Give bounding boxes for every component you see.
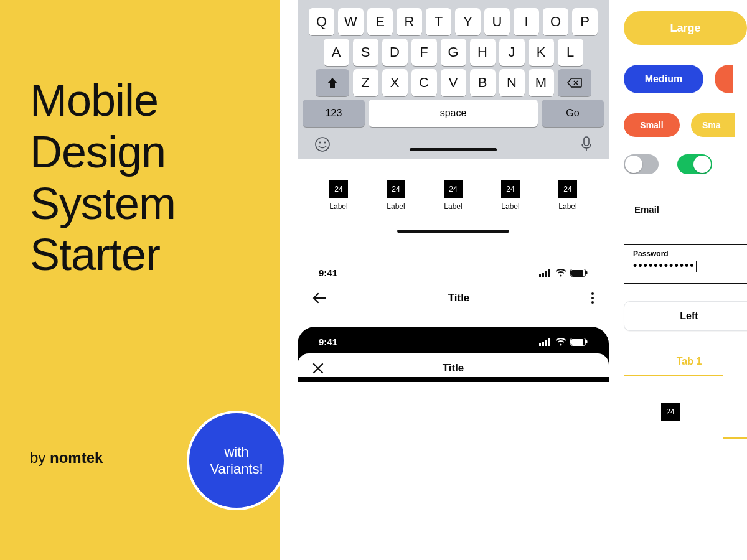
key-l[interactable]: L bbox=[558, 39, 583, 66]
numeric-key[interactable]: 123 bbox=[303, 100, 365, 127]
home-indicator bbox=[397, 230, 509, 233]
byline: by nomtek bbox=[30, 449, 103, 467]
key-p[interactable]: P bbox=[572, 8, 598, 35]
toggle-on[interactable] bbox=[677, 154, 712, 174]
svg-rect-13 bbox=[539, 343, 541, 346]
text-cursor-icon bbox=[696, 261, 697, 272]
button-label: Large bbox=[670, 22, 700, 35]
headline-line-1: Mobile bbox=[30, 75, 250, 126]
key-k[interactable]: K bbox=[529, 39, 554, 66]
more-button[interactable] bbox=[591, 292, 594, 304]
key-s[interactable]: S bbox=[353, 39, 378, 66]
button-small-orange[interactable]: Small bbox=[624, 113, 680, 137]
nav-title: Title bbox=[448, 292, 470, 304]
modal-sheet-header: Title bbox=[298, 353, 609, 377]
tabbar-item[interactable]: 24 Label bbox=[387, 180, 405, 211]
close-button[interactable] bbox=[312, 363, 324, 374]
key-w[interactable]: W bbox=[338, 8, 364, 35]
tabbar-item[interactable]: 24 Label bbox=[558, 180, 577, 211]
microphone-icon[interactable] bbox=[580, 136, 593, 153]
placeholder-icon: 24 bbox=[501, 180, 520, 198]
key-c[interactable]: C bbox=[411, 69, 437, 96]
cellular-icon bbox=[539, 338, 552, 346]
button-small-yellow-partial[interactable]: Sma bbox=[691, 113, 735, 137]
svg-rect-12 bbox=[586, 271, 588, 274]
key-e[interactable]: E bbox=[367, 8, 393, 35]
backspace-key[interactable] bbox=[558, 69, 591, 96]
svg-rect-3 bbox=[584, 137, 589, 146]
key-g[interactable]: G bbox=[441, 39, 466, 66]
key-v[interactable]: V bbox=[441, 69, 466, 96]
tab-bar: 24 Label 24 Label 24 Label 24 Label 24 bbox=[298, 159, 609, 233]
svg-rect-7 bbox=[545, 271, 547, 277]
headline-line-4: Starter bbox=[30, 229, 250, 281]
key-f[interactable]: F bbox=[411, 39, 437, 66]
svg-point-0 bbox=[316, 138, 329, 151]
svg-rect-14 bbox=[542, 342, 544, 346]
tabbar-item[interactable]: 24 Label bbox=[329, 180, 348, 211]
key-b[interactable]: B bbox=[470, 69, 496, 96]
variants-line-2: Variants! bbox=[210, 460, 263, 478]
button-large[interactable]: Large bbox=[624, 11, 747, 45]
promo-headline: Mobile Design System Starter bbox=[30, 75, 250, 281]
segmented-control-left[interactable]: Left bbox=[624, 301, 747, 331]
button-medium-orange-partial[interactable] bbox=[715, 65, 733, 93]
toggle-off[interactable] bbox=[624, 154, 659, 174]
variants-badge: with Variants! bbox=[187, 411, 286, 510]
go-key[interactable]: Go bbox=[542, 100, 604, 127]
ios-keyboard: Q W E R T Y U I O P A S D F G H J K L bbox=[298, 0, 609, 159]
password-field[interactable]: Password •••••••••••• bbox=[624, 244, 747, 284]
svg-point-17 bbox=[560, 343, 561, 345]
key-q[interactable]: Q bbox=[309, 8, 334, 35]
key-d[interactable]: D bbox=[382, 39, 408, 66]
key-r[interactable]: R bbox=[397, 8, 422, 35]
key-x[interactable]: X bbox=[382, 69, 408, 96]
key-a[interactable]: A bbox=[324, 39, 349, 66]
space-key[interactable]: space bbox=[369, 100, 538, 127]
shift-key[interactable] bbox=[316, 69, 349, 96]
byline-prefix: by bbox=[30, 449, 50, 466]
svg-point-9 bbox=[560, 274, 561, 276]
status-icons bbox=[539, 269, 588, 277]
placeholder-icon: 24 bbox=[329, 180, 348, 198]
status-time: 9:41 bbox=[319, 337, 337, 347]
key-h[interactable]: H bbox=[470, 39, 496, 66]
svg-rect-19 bbox=[571, 339, 583, 345]
button-medium[interactable]: Medium bbox=[624, 65, 703, 93]
key-i[interactable]: I bbox=[514, 8, 539, 35]
key-z[interactable]: Z bbox=[353, 69, 378, 96]
tabbar-item[interactable]: 24 Label bbox=[444, 180, 463, 211]
sheet-title: Title bbox=[443, 362, 464, 375]
svg-point-2 bbox=[324, 141, 326, 143]
status-bar-dark: 9:41 bbox=[298, 327, 609, 353]
svg-rect-6 bbox=[542, 273, 544, 277]
svg-rect-20 bbox=[586, 340, 588, 343]
headline-line-3: System bbox=[30, 178, 250, 230]
placeholder-icon: 24 bbox=[444, 180, 463, 198]
key-t[interactable]: T bbox=[426, 8, 451, 35]
key-o[interactable]: O bbox=[543, 8, 568, 35]
promo-panel: Mobile Design System Starter by nomtek w… bbox=[0, 0, 280, 560]
email-field[interactable]: Email bbox=[624, 192, 747, 226]
key-y[interactable]: Y bbox=[455, 8, 481, 35]
back-button[interactable] bbox=[312, 292, 326, 304]
key-u[interactable]: U bbox=[484, 8, 510, 35]
key-j[interactable]: J bbox=[499, 39, 525, 66]
emoji-icon[interactable] bbox=[314, 136, 331, 153]
input-value: •••••••••••• bbox=[633, 259, 745, 273]
accent-underline bbox=[723, 437, 747, 439]
tab-active[interactable]: Tab 1 bbox=[624, 356, 747, 367]
battery-icon bbox=[570, 269, 588, 277]
backspace-icon bbox=[567, 77, 582, 88]
button-label: Small bbox=[640, 120, 663, 130]
wifi-icon bbox=[555, 338, 566, 346]
tab-underline bbox=[624, 375, 723, 376]
key-m[interactable]: M bbox=[529, 69, 554, 96]
shift-icon bbox=[326, 77, 339, 88]
tab-label: Tab 1 bbox=[677, 356, 702, 366]
key-n[interactable]: N bbox=[499, 69, 525, 96]
right-column: Large Medium Small Sma Email Password ••… bbox=[624, 11, 747, 439]
center-column: Q W E R T Y U I O P A S D F G H J K L bbox=[298, 0, 609, 382]
tabbar-item[interactable]: 24 Label bbox=[501, 180, 520, 211]
battery-icon bbox=[570, 338, 588, 346]
